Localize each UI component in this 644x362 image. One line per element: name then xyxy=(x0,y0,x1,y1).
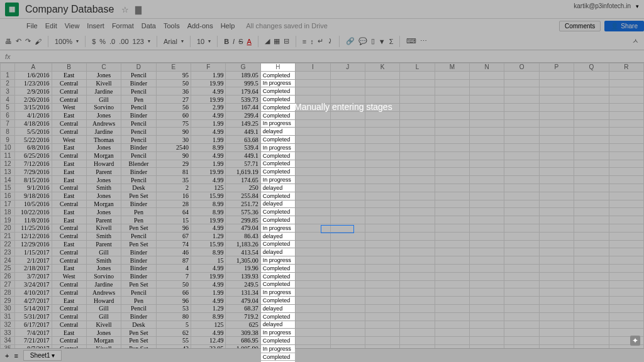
decimal-inc-icon[interactable]: .00 xyxy=(119,38,128,45)
all-sheets-icon[interactable]: ≡ xyxy=(14,352,18,359)
table-row[interactable]: 337/4/2017EastJonesPen Set624.99309.38In… xyxy=(1,329,644,337)
table-row[interactable]: 21/23/2016CentralKivellBinder5019.99999.… xyxy=(1,79,644,87)
functions-icon[interactable]: Σ xyxy=(389,38,394,45)
zoom-select[interactable]: 100% xyxy=(55,38,72,45)
table-row[interactable]: 347/21/2017CentralMorganPen Set5512.4968… xyxy=(1,337,644,345)
col-header[interactable]: G xyxy=(226,63,260,72)
font-select[interactable]: Arial xyxy=(164,38,177,45)
sheet-tab[interactable]: Sheet1 ▾ xyxy=(23,350,62,361)
more-icon[interactable]: ⋯ xyxy=(420,37,427,45)
comments-button[interactable]: Comments xyxy=(559,21,601,31)
rotate-icon[interactable]: ⤸ xyxy=(327,37,333,45)
table-row[interactable]: 294/27/2017EastHowardPen964.99479.04Comp… xyxy=(1,297,644,305)
table-row[interactable]: 64/1/2016EastJonesBinder604.99299.4Compl… xyxy=(1,111,644,119)
table-row[interactable]: 1810/22/2016EastJonesPen648.99575.36Comp… xyxy=(1,208,644,216)
add-sheet-icon[interactable]: + xyxy=(5,352,9,359)
bold-icon[interactable]: B xyxy=(224,38,229,45)
table-row[interactable]: 169/18/2016EastJonesPen Set1615.99255.84… xyxy=(1,192,644,200)
col-header[interactable]: P xyxy=(539,63,574,72)
text-color-icon[interactable]: A xyxy=(247,38,252,45)
sheets-logo[interactable]: ▦ xyxy=(5,3,19,16)
table-row[interactable]: 273/24/2017CentralJardinePen Set504.9924… xyxy=(1,280,644,288)
menu-addons[interactable]: Add-ons xyxy=(187,22,213,30)
doc-title[interactable]: Company Database xyxy=(25,4,114,15)
col-header[interactable]: I xyxy=(296,63,330,72)
decimal-dec-icon[interactable]: .0 xyxy=(109,38,115,45)
col-header[interactable]: F xyxy=(191,63,226,72)
col-header[interactable]: O xyxy=(504,63,539,72)
menu-edit[interactable]: Edit xyxy=(45,22,57,30)
table-row[interactable]: 95/22/2016WestThomasPencil301.9963.68Com… xyxy=(1,136,644,144)
fill-color-icon[interactable]: ◢ xyxy=(265,37,270,45)
col-header[interactable]: Q xyxy=(574,63,609,72)
folder-icon[interactable]: ▇ xyxy=(135,5,144,14)
strike-icon[interactable]: S xyxy=(238,38,243,45)
currency-icon[interactable]: $ xyxy=(92,38,96,45)
link-icon[interactable]: 🔗 xyxy=(346,37,355,45)
table-row[interactable]: 305/14/2017CentralGillPencil531.2968.37d… xyxy=(1,304,644,312)
col-header[interactable]: H xyxy=(260,63,295,72)
chart-icon[interactable]: ▯ xyxy=(371,37,375,45)
number-format[interactable]: 123 xyxy=(133,38,144,45)
undo-icon[interactable]: ↶ xyxy=(16,37,21,45)
menu-insert[interactable]: Insert xyxy=(87,22,104,30)
user-email[interactable]: kartik@p3infotech.in xyxy=(574,3,631,9)
menu-file[interactable]: File xyxy=(26,22,38,30)
table-row[interactable]: 284/10/2017CentralAndrewsPencil661.99131… xyxy=(1,288,644,297)
font-size[interactable]: 10 xyxy=(197,38,204,45)
table-row[interactable]: 106/8/2016EastJonesBinder25408.99539.4In… xyxy=(1,143,644,151)
print-icon[interactable]: 🖶 xyxy=(5,38,12,45)
table-row[interactable]: 11/6/2016EastJonesPencil951.99189.05Comp… xyxy=(1,71,644,79)
wrap-icon[interactable]: ↵ xyxy=(318,37,323,45)
menu-view[interactable]: View xyxy=(65,22,80,30)
table-row[interactable]: 242/1/2017CentralSmithBinder87151,305.00… xyxy=(1,256,644,265)
percent-icon[interactable]: % xyxy=(99,38,106,45)
table-row[interactable]: 159/1/2016CentralSmithDesk2125250delayed xyxy=(1,184,644,192)
col-header[interactable]: L xyxy=(400,63,435,72)
col-header[interactable]: R xyxy=(609,63,644,72)
menu-format[interactable]: Format xyxy=(112,22,134,30)
table-row[interactable]: 85/5/2016CentralJardinePencil904.99449.1… xyxy=(1,128,644,136)
comment-icon[interactable]: 💬 xyxy=(358,37,367,45)
col-header[interactable]: E xyxy=(156,63,191,72)
explore-button[interactable]: ✦ xyxy=(630,336,640,346)
table-row[interactable]: 263/7/2017WestSorvinoBinder719.99139.93C… xyxy=(1,272,644,280)
col-header[interactable]: K xyxy=(365,63,399,72)
formula-bar[interactable]: fx xyxy=(0,50,644,63)
star-icon[interactable]: ☆ xyxy=(121,5,130,14)
table-row[interactable]: 252/18/2017EastJonesBinder44.9919.96Comp… xyxy=(1,264,644,272)
input-tools-icon[interactable]: ⌨ xyxy=(406,37,416,45)
col-header[interactable]: C xyxy=(86,63,121,72)
filter-icon[interactable]: ▼ xyxy=(379,38,386,45)
col-header[interactable]: N xyxy=(470,63,504,72)
col-header[interactable]: D xyxy=(121,63,156,72)
col-header[interactable] xyxy=(1,63,15,72)
col-header[interactable]: J xyxy=(330,63,365,72)
table-row[interactable]: 127/12/2016EastHowardBlender291.9957.71C… xyxy=(1,160,644,168)
halign-icon[interactable]: ≡ xyxy=(303,38,306,45)
table-row[interactable]: 2212/29/2016EastParentPen Set7415.991,18… xyxy=(1,240,644,248)
table-row[interactable]: 315/31/2017CentralGillBinder808.99719.2C… xyxy=(1,312,644,321)
col-header[interactable]: B xyxy=(52,63,86,72)
table-row[interactable]: 1710/5/2016CentralMorganBinder288.99251.… xyxy=(1,200,644,208)
menu-tools[interactable]: Tools xyxy=(164,22,180,30)
table-row[interactable]: 2112/12/2016CentralSmithPencil671.2986.4… xyxy=(1,232,644,240)
table-row[interactable]: 1911/8/2016EastParentPen1519.99299.85Com… xyxy=(1,216,644,224)
collapse-icon[interactable]: ㅅ xyxy=(632,36,639,46)
menu-help[interactable]: Help xyxy=(221,22,235,30)
share-button[interactable]: 👤Share xyxy=(604,21,644,31)
selected-cell[interactable] xyxy=(321,225,354,233)
table-row[interactable]: 148/15/2016EastJonesPencil354.99174.65In… xyxy=(1,176,644,184)
paint-format-icon[interactable]: 🖌 xyxy=(35,38,42,45)
redo-icon[interactable]: ↷ xyxy=(25,37,31,45)
chevron-down-icon[interactable]: ▾ xyxy=(636,3,639,9)
col-header[interactable]: A xyxy=(14,63,52,72)
italic-icon[interactable]: I xyxy=(233,38,235,45)
table-row[interactable]: 231/15/2017CentralGillBinder468.99413.54… xyxy=(1,248,644,256)
table-row[interactable]: 74/18/2016CentralAndrewsPencil751.99149.… xyxy=(1,119,644,128)
valign-icon[interactable]: ↕ xyxy=(310,38,314,45)
table-row[interactable]: 116/25/2016CentralMorganPencil904.99449.… xyxy=(1,151,644,160)
menu-data[interactable]: Data xyxy=(142,22,156,30)
table-row[interactable]: 32/9/2016CentralJardinePencil364.99179.6… xyxy=(1,87,644,96)
table-row[interactable]: 326/17/2017CentralKivellDesk5125625delay… xyxy=(1,321,644,329)
